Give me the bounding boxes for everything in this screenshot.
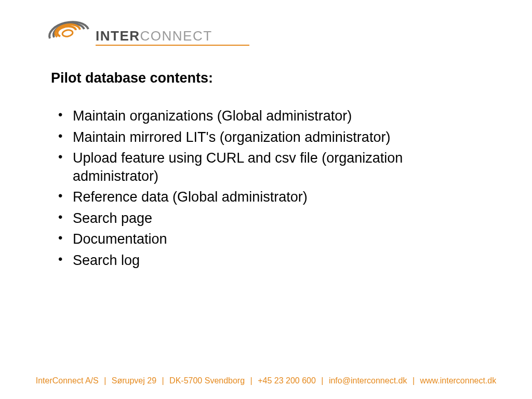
list-item: Maintain organizations (Global administr… (55, 107, 485, 125)
list-item: Reference data (Global administrator) (55, 188, 485, 206)
footer-city: DK-5700 Svendborg (169, 376, 245, 385)
svg-point-0 (62, 29, 73, 37)
footer-sep: | (104, 376, 106, 385)
slide: INTERCONNECT Pilot database contents: Ma… (0, 0, 532, 399)
logo-underline (96, 45, 249, 46)
list-item: Documentation (55, 230, 485, 248)
footer-phone: +45 23 200 600 (258, 376, 316, 385)
logo: INTERCONNECT (44, 12, 251, 49)
footer-sep: | (321, 376, 323, 385)
footer-email: info@interconnect.dk (329, 376, 407, 385)
list-item: Maintain mirrored LIT's (organization ad… (55, 128, 485, 147)
logo-text-part1: INTER (96, 28, 140, 44)
bullet-list: Maintain organizations (Global administr… (51, 107, 485, 269)
logo-text-part2: CONNECT (140, 28, 212, 44)
footer-web: www.interconnect.dk (420, 376, 497, 385)
footer: InterConnect A/S | Sørupvej 29 | DK-5700… (0, 376, 532, 385)
footer-sep: | (162, 376, 164, 385)
logo-text: INTERCONNECT (96, 28, 212, 44)
list-item: Upload feature using CURL and csv file (… (55, 149, 485, 185)
list-item: Search log (55, 251, 485, 270)
content-area: Pilot database contents: Maintain organi… (51, 70, 485, 272)
slide-heading: Pilot database contents: (51, 70, 485, 86)
list-item: Search page (55, 209, 485, 228)
footer-company: InterConnect A/S (36, 376, 99, 385)
footer-sep: | (250, 376, 252, 385)
footer-sep: | (413, 376, 415, 385)
swirl-icon (44, 12, 96, 49)
footer-street: Sørupvej 29 (112, 376, 156, 385)
